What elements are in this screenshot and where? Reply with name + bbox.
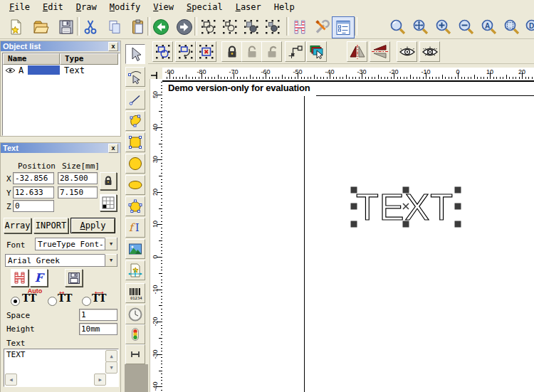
lock-button[interactable] [221,41,242,62]
char-width-auto-icon[interactable]: TT [22,292,36,304]
close-icon[interactable]: x [108,42,118,51]
select-tool[interactable] [125,44,145,64]
vertical-ruler[interactable]: 50403020100-10-20-30-40 [150,79,163,392]
set-color-button[interactable] [306,41,327,62]
spacing-auto-radio[interactable] [11,297,20,306]
zoom-page-button[interactable]: D [524,16,534,37]
object-list-titlebar[interactable]: Object list x [1,41,120,51]
spacing-tool[interactable] [125,344,145,364]
menu-help[interactable]: Help [268,1,301,14]
menu-draw[interactable]: Draw [70,1,103,14]
scroll-up-icon[interactable]: ▲ [105,350,117,362]
selected-text-object[interactable]: TEXT [347,184,468,234]
inport-button[interactable]: INPORT [33,218,68,233]
select-objects-button[interactable] [198,16,219,37]
save-font-param-button[interactable] [65,269,83,287]
time-tool[interactable] [125,304,145,324]
array-button[interactable]: Array [4,218,31,233]
hatch-text-button[interactable] [11,269,28,287]
rotate-button[interactable] [175,41,196,62]
show-object-button[interactable] [397,41,417,62]
apply-button[interactable]: Apply [70,218,115,233]
rectangle-tool[interactable] [125,132,145,152]
text-content-area[interactable]: TEXT ▲ ▼ ◀ ▶ [4,349,119,387]
zoom-out-button[interactable] [456,16,477,37]
position-x-input[interactable]: -32.856 [13,172,54,184]
new-button[interactable] [4,16,26,37]
tools-button[interactable] [310,16,332,37]
put-to-origin-button[interactable] [285,41,305,62]
scroll-right-icon[interactable]: ▶ [94,374,106,386]
unlock-button[interactable] [241,41,262,62]
transform-size-button[interactable] [152,41,173,62]
spacing-width-radio[interactable] [82,297,91,306]
param-settings-button[interactable] [332,16,355,38]
spacing-char-radio[interactable] [48,297,57,306]
paste-button[interactable] [127,16,149,37]
zoom-all-button[interactable]: A [478,16,500,37]
mirror-vertical-button[interactable] [370,41,390,62]
object-list-table[interactable]: Name Type A Text [2,53,120,136]
redo-button[interactable] [174,16,195,37]
line-tool[interactable] [125,90,145,110]
scroll-down-icon[interactable]: ▼ [105,361,117,374]
position-y-input[interactable]: 12.633 [13,186,54,198]
zoom-selected-button[interactable] [501,16,523,37]
menu-file[interactable]: File [3,1,36,14]
mirror-delete-button[interactable] [196,41,216,62]
size-x-input[interactable]: 28.500 [58,172,98,184]
text-tool[interactable]: fI [125,218,145,238]
bitmap-tool[interactable] [125,239,145,259]
hatch-button[interactable] [289,16,310,37]
font-style-button[interactable]: F [30,269,48,287]
anchor-grid-button[interactable] [100,194,117,211]
object-color-cell[interactable] [28,65,60,75]
chevron-down-icon[interactable]: ▼ [105,238,117,250]
column-header-type[interactable]: Type [60,53,118,65]
position-z-input[interactable]: 0 [13,200,54,212]
scroll-left-icon[interactable]: ◀ [5,374,17,386]
io-control-tool[interactable] [125,324,145,344]
pan-view-button[interactable] [410,16,431,37]
unlock-all-button[interactable] [261,41,282,62]
text-panel-titlebar[interactable]: Text x [1,143,120,153]
space-input[interactable]: 1 [79,309,117,321]
column-header-name[interactable]: Name [3,53,60,65]
height-input[interactable]: 10mm [79,323,117,335]
size-y-input[interactable]: 7.150 [58,186,98,198]
circle-tool[interactable] [125,154,145,174]
vector-file-tool[interactable] [125,260,145,280]
close-icon[interactable]: x [108,144,118,153]
menu-view[interactable]: View [147,1,180,14]
object-row[interactable]: A Text [3,65,118,76]
visibility-eye-icon[interactable] [5,66,16,75]
char-width-icon[interactable]: TT [92,292,106,304]
char-gap-icon[interactable]: TT [58,292,72,304]
hide-object-button[interactable] [419,41,440,62]
select-child-button[interactable] [219,16,241,37]
barcode-tool[interactable]: 01234 [125,283,145,303]
chevron-down-icon[interactable]: ▼ [105,254,117,267]
horizontal-ruler[interactable]: -90-80-70-60-50-40-30-20-1001020 [162,68,534,79]
pick-solid-objects-button[interactable] [241,16,262,37]
font-type-select[interactable]: TrueType Font-16 ▼ [35,238,117,250]
pick-solid-child-button[interactable] [262,16,283,37]
drawing-canvas[interactable]: Demo version-only for evaluation TEXT [162,79,534,392]
open-button[interactable] [30,16,51,37]
curve-tool[interactable] [125,111,145,131]
cut-button[interactable] [80,16,101,37]
save-button[interactable] [56,16,77,37]
copy-button[interactable] [104,16,125,37]
menu-edit[interactable]: Edit [36,1,70,14]
mirror-horizontal-button[interactable] [347,41,367,62]
menu-modify[interactable]: Modify [103,1,147,14]
menu-laser[interactable]: Laser [229,1,268,14]
zoom-in-button[interactable] [433,16,454,37]
polygon-tool[interactable] [125,196,145,216]
node-edit-tool[interactable] [125,67,145,87]
aspect-lock-button[interactable] [100,172,117,190]
menu-special[interactable]: Special [180,1,229,14]
zoom-window-button[interactable] [387,16,409,37]
ellipse-tool[interactable] [125,175,145,195]
font-name-select[interactable]: Arial Greek ▼ [5,254,117,267]
